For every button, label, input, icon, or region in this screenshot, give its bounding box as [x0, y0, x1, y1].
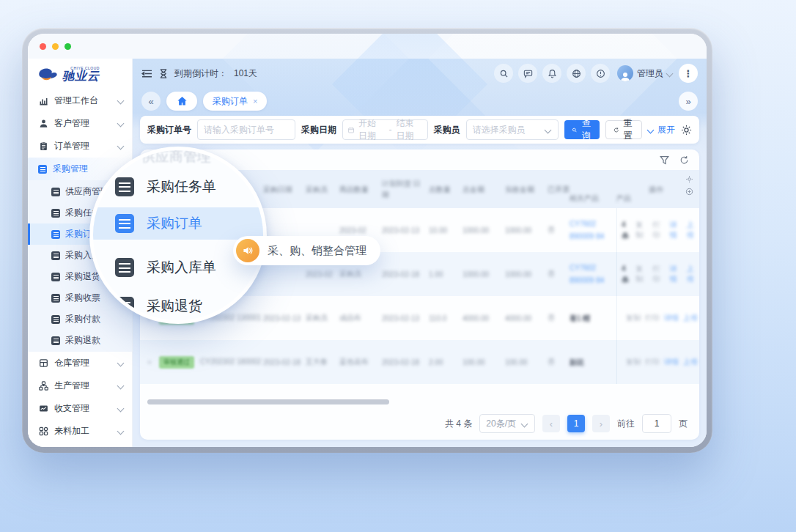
row-action[interactable]: 详情 — [664, 357, 679, 367]
user-menu[interactable]: 管理员 — [617, 65, 674, 81]
row-action[interactable]: 打印 — [645, 357, 660, 367]
expand-label: 展开 — [657, 124, 675, 136]
list-icon — [51, 315, 60, 324]
lens-ghost-label: 供应商管理 — [141, 147, 211, 166]
row-action[interactable]: 上传 — [687, 264, 699, 284]
date-end-placeholder: 结束日期 — [396, 117, 421, 142]
sidebar-item-label: 生产管理 — [54, 380, 112, 392]
filter-settings-gear-icon[interactable] — [681, 125, 692, 136]
row-action[interactable]: 详情 — [670, 264, 682, 284]
current-page-button[interactable]: 1 — [567, 415, 585, 432]
submenu-item-purchase-refunds[interactable]: 采购退款 — [28, 330, 132, 351]
cell: 否 — [548, 269, 570, 279]
cell: 2023-02-13 — [263, 314, 306, 322]
reset-button[interactable]: 重置 — [605, 120, 642, 139]
status-badge: 审核通过 — [159, 356, 194, 369]
sidebar-item-finance[interactable]: 收支管理 — [28, 397, 132, 420]
refresh-icon[interactable] — [679, 155, 689, 165]
sidebar-item-production[interactable]: 生产管理 — [28, 374, 132, 397]
next-page-button[interactable]: › — [592, 415, 610, 432]
row-action[interactable]: 打印 — [645, 313, 660, 323]
submenu-item-purchase-payments[interactable]: 采购付款 — [28, 309, 132, 330]
warehouse-icon — [38, 358, 48, 369]
chevron-down-icon — [117, 428, 125, 435]
row-expand-toggle[interactable]: + — [140, 358, 159, 366]
tabs-scroll-left-button[interactable]: « — [141, 92, 161, 111]
cell: 2023-02-18 — [382, 270, 429, 278]
buyer-label: 采购员 — [434, 124, 460, 136]
product-link[interactable]: CY7602 890009 84 — [570, 218, 616, 243]
search-icon[interactable] — [494, 64, 513, 83]
avatar — [617, 65, 633, 81]
sidebar-item-customers[interactable]: 客户管理 — [28, 112, 132, 135]
menu-fold-icon[interactable] — [141, 69, 152, 78]
order-no-input[interactable] — [197, 119, 295, 140]
cell: 110.0 — [429, 314, 463, 322]
chevron-down-icon — [521, 420, 528, 427]
row-action[interactable]: 上传 — [687, 220, 699, 240]
row-action[interactable]: 打印 — [653, 220, 666, 240]
submenu-label: 采购付款 — [65, 313, 100, 325]
sidebar-item-label: 管理工作台 — [54, 95, 112, 107]
sidebar-item-material-processing[interactable]: 来料加工 — [28, 420, 132, 443]
buyer-select[interactable]: 请选择采购员 — [466, 119, 559, 140]
table-row[interactable]: + 审核通过 CY202302 180002 2023-02-18 王大春 蓝色… — [140, 340, 699, 384]
row-action[interactable]: 详情 — [664, 313, 679, 323]
prev-page-button[interactable]: ‹ — [542, 415, 560, 432]
page-size-select[interactable]: 20条/页 — [479, 414, 535, 433]
close-tab-icon[interactable]: × — [253, 97, 257, 106]
feature-callout: 采、购、销整合管理 — [233, 236, 380, 265]
row-action[interactable]: 复制 — [635, 220, 648, 240]
product-link[interactable]: CY7602 890009 84 — [570, 262, 616, 287]
cell: 1000.00 — [463, 226, 505, 234]
row-action[interactable]: 上传 — [683, 357, 698, 367]
lens-item-purchase-order[interactable]: 采购订单 — [93, 207, 263, 240]
cell: 2023-02 — [306, 270, 339, 278]
close-window-button[interactable] — [40, 43, 46, 50]
countdown-value: 101天 — [234, 67, 257, 80]
list-icon — [115, 214, 134, 233]
date-range-input[interactable]: 开始日期 - 结束日期 — [342, 119, 428, 140]
cell: 2023-02 — [339, 226, 382, 234]
more-menu-icon[interactable]: ⋮ — [679, 64, 698, 83]
row-action[interactable]: 打印 — [653, 264, 666, 284]
filter-funnel-icon[interactable] — [660, 155, 669, 165]
home-tab[interactable] — [166, 92, 197, 111]
row-action[interactable]: 复制 — [626, 357, 641, 367]
row-action[interactable]: 复制 — [626, 313, 641, 323]
row-action[interactable]: 详情 — [670, 220, 682, 240]
column-list-icon[interactable] — [685, 188, 693, 196]
lens-item-label: 采购退货 — [147, 297, 202, 316]
maximize-window-button[interactable] — [65, 43, 71, 50]
lens-item-purchase-task[interactable]: 采购任务单 — [93, 174, 263, 200]
column-header: 实收金额 — [505, 184, 548, 195]
column-header: 总数量 — [429, 184, 463, 195]
bell-icon[interactable] — [542, 64, 561, 83]
refresh-icon — [613, 126, 619, 134]
row-action[interactable]: 上传 — [683, 313, 698, 323]
expand-filters-link[interactable]: 展开 — [648, 124, 675, 136]
sidebar-item-warehouse[interactable]: 仓库管理 — [28, 352, 132, 374]
cell: 100.00 — [505, 358, 548, 366]
goto-page-input[interactable] — [642, 414, 671, 433]
sidebar-item-workbench[interactable]: 管理工作台 — [28, 89, 132, 112]
list-icon — [51, 294, 60, 303]
column-settings-icons[interactable] — [685, 175, 693, 196]
globe-icon[interactable] — [567, 64, 586, 83]
chevron-down-icon — [544, 126, 551, 133]
column-header: 操作 — [638, 184, 663, 195]
info-icon[interactable] — [591, 64, 610, 83]
cell: 否 — [548, 313, 570, 323]
search-button[interactable]: 查询 — [564, 120, 600, 139]
reset-button-label: 重置 — [622, 117, 634, 142]
brand-logo: CHIYE CLOUD 驰业云 — [28, 59, 132, 89]
tabs-scroll-right-button[interactable]: » — [679, 92, 698, 111]
gear-icon[interactable] — [685, 175, 693, 183]
sidebar-item-orders[interactable]: 订单管理 — [28, 135, 132, 158]
minimize-window-button[interactable] — [52, 43, 59, 50]
horizontal-scrollbar[interactable] — [147, 399, 389, 404]
row-action[interactable]: 复制 — [635, 264, 648, 284]
tab-purchase-orders[interactable]: 采购订单 × — [203, 92, 267, 111]
message-icon[interactable] — [518, 64, 537, 83]
column-header: 采购员 — [306, 184, 339, 195]
